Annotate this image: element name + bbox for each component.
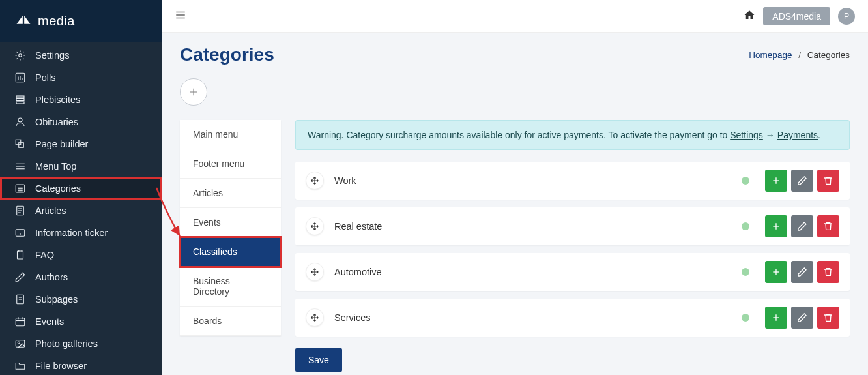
- category-row: Real estate: [295, 207, 850, 245]
- edit-button[interactable]: [791, 307, 813, 329]
- topbar: ADS4media P: [162, 0, 868, 33]
- svg-rect-7: [16, 102, 24, 104]
- sidebar-item-label: Settings: [35, 50, 69, 61]
- avatar[interactable]: P: [838, 8, 855, 25]
- drag-handle-icon[interactable]: [306, 308, 324, 327]
- drag-handle-icon[interactable]: [306, 172, 324, 190]
- menu-icon: [14, 160, 26, 172]
- drag-handle-icon[interactable]: [306, 263, 324, 281]
- sidebar-item-plebiscites[interactable]: Plebiscites: [0, 89, 162, 111]
- sidebar-item-label: Subpages: [35, 294, 78, 305]
- sidebar-item-label: Obituaries: [35, 117, 78, 127]
- menu-panel-item-boards[interactable]: Boards: [180, 307, 281, 336]
- drag-handle-icon[interactable]: [306, 217, 324, 235]
- sidebar-item-obituaries[interactable]: Obituaries: [0, 111, 162, 133]
- alert-settings-link[interactable]: Settings: [730, 130, 763, 140]
- status-dot-icon: [742, 177, 749, 185]
- calendar-icon: [14, 316, 26, 327]
- category-name: Services: [334, 312, 731, 323]
- menu-panel-item-footer-menu[interactable]: Footer menu: [180, 149, 281, 179]
- sidebar-item-label: Categories: [35, 183, 81, 194]
- page-header: Categories Homepage / Categories: [180, 44, 850, 65]
- breadcrumb-home[interactable]: Homepage: [749, 50, 792, 60]
- status-dot-icon: [742, 268, 749, 276]
- menu-panel-item-articles[interactable]: Articles: [180, 179, 281, 208]
- doc-icon: [14, 205, 26, 217]
- sidebar-item-label: FAQ: [35, 250, 54, 260]
- info-icon: [14, 227, 26, 239]
- sidebar-item-settings[interactable]: Settings: [0, 44, 162, 67]
- add-category-button[interactable]: [180, 78, 207, 106]
- edit-button[interactable]: [791, 215, 813, 237]
- delete-button[interactable]: [817, 307, 839, 329]
- chart-icon: [14, 72, 26, 83]
- sidebar-item-label: Photo galleries: [35, 338, 98, 349]
- category-name: Work: [334, 175, 731, 186]
- sidebar-item-page-builder[interactable]: Page builder: [0, 133, 162, 155]
- svg-point-8: [18, 118, 22, 122]
- sidebar-item-label: Polls: [35, 72, 55, 83]
- breadcrumb: Homepage / Categories: [749, 50, 850, 60]
- home-icon[interactable]: [744, 9, 755, 23]
- delete-button[interactable]: [817, 215, 839, 237]
- sidebar-item-articles[interactable]: Articles: [0, 200, 162, 222]
- row-actions: [765, 170, 839, 192]
- svg-rect-10: [19, 143, 24, 148]
- breadcrumb-current: Categories: [807, 50, 850, 60]
- logo[interactable]: media: [0, 0, 162, 42]
- row-actions: [765, 215, 839, 237]
- sidebar-nav: SettingsPollsPlebiscitesObituariesPage b…: [0, 42, 162, 375]
- sidebar-item-label: Page builder: [35, 139, 88, 149]
- edit-button[interactable]: [791, 170, 813, 192]
- menu-panel-item-business-directory[interactable]: Business Directory: [180, 267, 281, 307]
- menu-panel-item-main-menu[interactable]: Main menu: [180, 120, 281, 149]
- sidebar-item-polls[interactable]: Polls: [0, 67, 162, 89]
- delete-button[interactable]: [817, 261, 839, 283]
- sidebar-item-file-browser[interactable]: File browser: [0, 355, 162, 375]
- edit-button[interactable]: [791, 261, 813, 283]
- sidebar-item-authors[interactable]: Authors: [0, 266, 162, 288]
- status-dot-icon: [742, 222, 749, 230]
- sidebar-item-faq[interactable]: FAQ: [0, 244, 162, 266]
- menu-panel: Main menuFooter menuArticlesEventsClassi…: [180, 120, 281, 336]
- list-panel: Warning. Category surcharge amounts avai…: [295, 120, 850, 372]
- hamburger-icon[interactable]: [175, 9, 186, 23]
- gear-icon: [14, 50, 26, 61]
- row-actions: [765, 261, 839, 283]
- sidebar-item-subpages[interactable]: Subpages: [0, 288, 162, 310]
- person-icon: [14, 116, 26, 128]
- category-name: Automotive: [334, 267, 731, 277]
- list-icon: [14, 183, 26, 194]
- sidebar-item-menu-top[interactable]: Menu Top: [0, 155, 162, 177]
- menu-panel-item-events[interactable]: Events: [180, 208, 281, 237]
- image-icon: [14, 338, 26, 350]
- clipboard-icon: [14, 249, 26, 261]
- delete-button[interactable]: [817, 170, 839, 192]
- add-button[interactable]: [765, 215, 787, 237]
- save-button[interactable]: Save: [295, 348, 342, 372]
- breadcrumb-separator: /: [798, 50, 801, 60]
- svg-point-0: [19, 54, 22, 57]
- svg-point-35: [18, 342, 20, 344]
- sidebar-item-information-ticker[interactable]: Information ticker: [0, 222, 162, 244]
- category-row: Automotive: [295, 253, 850, 291]
- add-button[interactable]: [765, 307, 787, 329]
- add-button[interactable]: [765, 170, 787, 192]
- sidebar-item-label: File browser: [35, 361, 87, 371]
- arrow-icon: →: [766, 130, 775, 140]
- sidebar-item-photo-galleries[interactable]: Photo galleries: [0, 333, 162, 355]
- svg-rect-6: [16, 99, 24, 101]
- main: ADS4media P Categories Homepage / Catego…: [162, 0, 868, 375]
- brand-badge[interactable]: ADS4media: [763, 7, 830, 25]
- alert-payments-link[interactable]: Payments: [777, 130, 818, 140]
- add-button[interactable]: [765, 261, 787, 283]
- sidebar-item-categories[interactable]: Categories: [0, 177, 162, 200]
- category-row: Work: [295, 162, 850, 200]
- alert-suffix: .: [818, 130, 820, 140]
- status-dot-icon: [742, 314, 749, 322]
- category-row: Services: [295, 299, 850, 337]
- pen-icon: [14, 271, 26, 283]
- folder-icon: [14, 360, 26, 372]
- menu-panel-item-classifieds[interactable]: Classifieds: [180, 237, 281, 267]
- sidebar-item-events[interactable]: Events: [0, 310, 162, 333]
